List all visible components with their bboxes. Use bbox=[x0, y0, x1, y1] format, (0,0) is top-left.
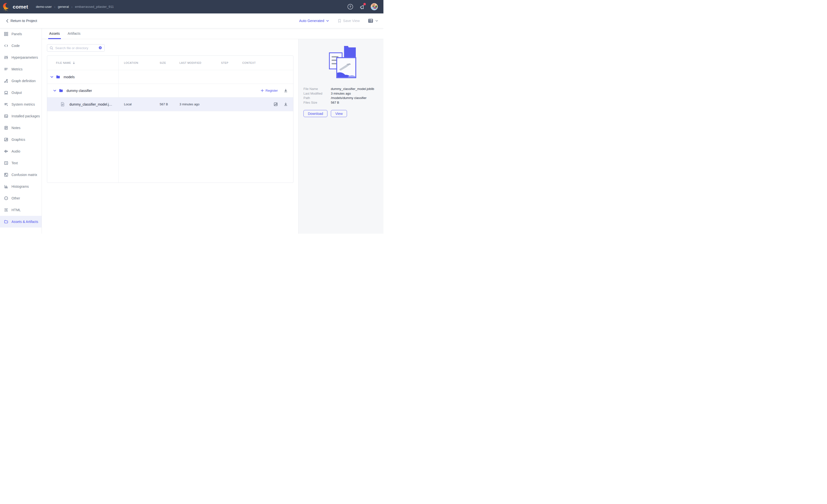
register-model-button[interactable]: Register bbox=[261, 89, 278, 92]
bookmark-icon bbox=[338, 19, 341, 23]
sidebar-item-label: Metrics bbox=[11, 67, 22, 71]
histogram-icon bbox=[4, 184, 8, 189]
table-row-file-dummy-classifier-model[interactable]: dummy_classifier_model.j… Local 567 B 3 … bbox=[47, 98, 293, 111]
notification-dot bbox=[363, 3, 366, 5]
collapse-chevron-icon[interactable] bbox=[53, 90, 56, 92]
sidebar-item-graphics[interactable]: Graphics bbox=[0, 134, 42, 145]
html-icon: HTML bbox=[4, 208, 8, 212]
comet-logo[interactable]: comet bbox=[2, 2, 28, 12]
confusion-matrix-icon bbox=[4, 172, 8, 177]
sidebar-item-label: Assets & Artifacts bbox=[11, 220, 38, 224]
gear-icon bbox=[98, 46, 102, 50]
column-header-step: STEP bbox=[215, 61, 237, 64]
graph-nodes-icon bbox=[4, 79, 8, 83]
illustration-folder bbox=[344, 46, 356, 57]
view-selector-dropdown[interactable]: Auto Generated bbox=[299, 19, 329, 23]
sidebar-item-system-metrics[interactable]: System metrics bbox=[0, 99, 42, 110]
table-row-folder-models: models bbox=[47, 70, 293, 84]
svg-text:HTML: HTML bbox=[5, 209, 8, 211]
breadcrumb: demo-user › general › embarrassed_pilast… bbox=[36, 5, 114, 9]
sidebar-item-label: Panels bbox=[11, 32, 22, 36]
detail-value: 3 minutes ago bbox=[331, 92, 351, 95]
return-to-project-link[interactable]: Return to Project bbox=[6, 19, 37, 23]
sidebar-item-graph-definition[interactable]: Graph definition bbox=[0, 75, 42, 87]
search-input[interactable] bbox=[55, 46, 96, 50]
file-name-link[interactable]: dummy_classifier_model.j… bbox=[69, 102, 112, 106]
download-icon bbox=[284, 89, 288, 93]
file-details-list: File Name dummy_classifier_model.joblib … bbox=[303, 87, 380, 105]
sidebar-item-label: Histograms bbox=[11, 185, 29, 189]
sidebar-item-code[interactable]: Code bbox=[0, 40, 42, 52]
announcements-button[interactable] bbox=[359, 4, 365, 10]
sidebar-item-hyperparameters[interactable]: Hyperparameters bbox=[0, 52, 42, 63]
chevron-down-icon bbox=[326, 20, 329, 22]
view-selector-label: Auto Generated bbox=[299, 19, 324, 23]
detail-label: File Name bbox=[303, 87, 331, 91]
column-header-file-name[interactable]: FILE NAME bbox=[47, 61, 118, 64]
collapse-chevron-icon[interactable] bbox=[50, 76, 53, 78]
download-button[interactable]: Download bbox=[303, 110, 328, 117]
sidebar-item-html[interactable]: HTML HTML bbox=[0, 204, 42, 216]
preview-image-button[interactable] bbox=[274, 102, 278, 106]
sidebar-item-label: Audio bbox=[11, 149, 20, 153]
topbar: comet demo-user › general › embarrassed_… bbox=[0, 0, 383, 13]
search-settings-button[interactable] bbox=[98, 46, 102, 50]
breadcrumb-experiment: embarrassed_pilaster_911 bbox=[75, 5, 114, 8]
save-view-button[interactable]: Save View bbox=[338, 19, 360, 23]
sidebar-item-notes[interactable]: Notes bbox=[0, 122, 42, 134]
table-layout-selector[interactable] bbox=[368, 18, 378, 23]
file-preview-illustration bbox=[326, 44, 357, 80]
assets-content: FILE NAME LOCATION SIZE LAST MODIFIED ST… bbox=[42, 39, 298, 234]
sidebar-item-other[interactable]: Other bbox=[0, 192, 42, 204]
user-avatar[interactable] bbox=[371, 3, 378, 10]
secondary-toolbar: Return to Project Auto Generated Save Vi… bbox=[0, 13, 383, 28]
plus-icon bbox=[261, 89, 264, 92]
save-view-label: Save View bbox=[343, 19, 360, 23]
sidebar-item-installed-packages[interactable]: Py Installed packages bbox=[0, 110, 42, 122]
sidebar-item-histograms[interactable]: Histograms bbox=[0, 181, 42, 192]
download-icon bbox=[284, 102, 288, 106]
sidebar-item-output[interactable]: Output bbox=[0, 87, 42, 99]
detail-label: Path bbox=[303, 96, 331, 99]
table-layout-icon bbox=[368, 18, 373, 23]
view-button[interactable]: View bbox=[331, 110, 347, 117]
tab-artifacts[interactable]: Artifacts bbox=[67, 32, 81, 39]
sidebar-item-text[interactable]: Tt Text bbox=[0, 157, 42, 169]
sidebar-item-panels[interactable]: Panels bbox=[0, 28, 42, 40]
detail-value: dummy_classifier_model.joblib bbox=[331, 87, 374, 91]
folder-icon bbox=[56, 75, 60, 79]
help-button[interactable]: ? bbox=[347, 4, 353, 10]
tab-assets[interactable]: Assets bbox=[49, 32, 60, 39]
image-preview-icon bbox=[274, 102, 278, 106]
detail-value: 567 B bbox=[331, 101, 339, 104]
sidebar-item-label: Text bbox=[11, 161, 18, 165]
sort-desc-icon bbox=[72, 61, 75, 64]
download-file-button[interactable] bbox=[284, 102, 288, 106]
code-icon bbox=[4, 44, 8, 48]
sidebar-item-audio[interactable]: Audio bbox=[0, 145, 42, 157]
folder-icon bbox=[59, 89, 63, 92]
download-folder-button[interactable] bbox=[284, 89, 288, 93]
sidebar-item-assets-artifacts[interactable]: Assets & Artifacts bbox=[0, 216, 42, 228]
detail-row: Last Modified 3 minutes ago bbox=[303, 92, 380, 95]
chevron-down-icon bbox=[375, 20, 378, 22]
sidebar-item-confusion-matrix[interactable]: Confusion matrix bbox=[0, 169, 42, 181]
column-header-size: SIZE bbox=[154, 61, 174, 64]
tabs-bar: Assets Artifacts bbox=[42, 28, 383, 39]
back-chevron-icon bbox=[6, 19, 8, 23]
file-size: 567 B bbox=[154, 102, 174, 106]
return-to-project-label: Return to Project bbox=[10, 19, 37, 23]
sidebar-item-metrics[interactable]: Metrics bbox=[0, 63, 42, 75]
breadcrumb-project[interactable]: general bbox=[58, 5, 69, 8]
python-package-icon: Py bbox=[4, 114, 8, 118]
sidebar-item-label: Output bbox=[11, 91, 22, 95]
brand-name: comet bbox=[13, 4, 28, 10]
folder-name-link[interactable]: models bbox=[63, 75, 75, 79]
breadcrumb-user[interactable]: demo-user bbox=[36, 5, 52, 8]
folder-name-link[interactable]: dummy classifier bbox=[66, 89, 92, 93]
search-icon bbox=[50, 46, 53, 50]
comet-flame-icon bbox=[2, 2, 11, 12]
panels-icon bbox=[4, 32, 8, 36]
help-icon: ? bbox=[347, 4, 353, 10]
breadcrumb-separator: › bbox=[71, 5, 72, 9]
